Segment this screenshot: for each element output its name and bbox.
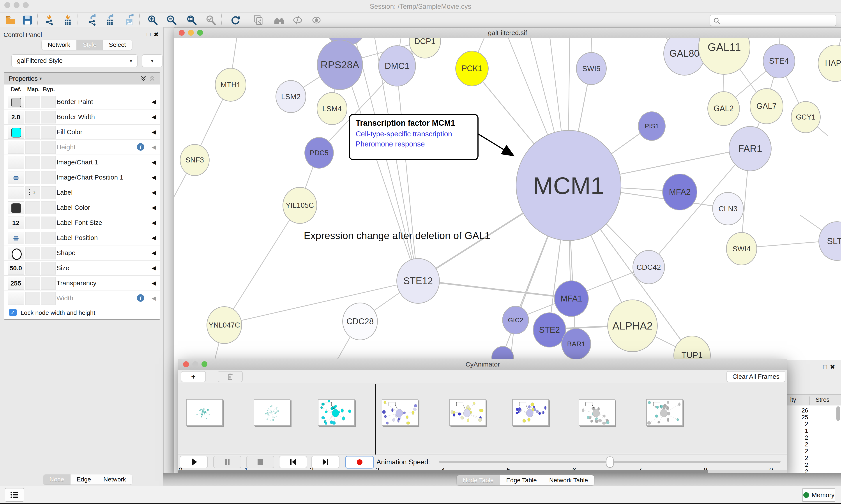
expand-all-icon[interactable]	[140, 75, 147, 83]
table-cell-value[interactable]: 1	[787, 428, 808, 434]
default-value-cell[interactable]	[8, 186, 24, 199]
network-node-alpha2[interactable]: ALPHA2	[607, 300, 658, 352]
frame-thumbnail-4[interactable]	[382, 399, 418, 426]
collapse-all-icon[interactable]	[148, 75, 156, 83]
annotation-box[interactable]: Transcription factor MCM1 Cell-type-spec…	[349, 114, 479, 160]
network-node-snf3[interactable]: SNF3	[180, 144, 210, 176]
network-node-dmc1[interactable]: DMC1	[378, 45, 416, 87]
play-button[interactable]	[180, 456, 208, 468]
annotation-link[interactable]: Cell-type-specific transcription	[356, 130, 452, 138]
network-node-yil105c[interactable]: YIL105C	[283, 187, 317, 224]
column-divider[interactable]	[809, 396, 810, 405]
mapping-cell[interactable]	[25, 111, 40, 124]
property-row-border-paint[interactable]: Border Paint◀	[4, 94, 160, 109]
delete-frame-button[interactable]	[218, 371, 243, 382]
tab-select[interactable]: Select	[103, 40, 132, 50]
network-node-ste4[interactable]: STE4	[763, 44, 795, 78]
table-cell-value[interactable]: 2	[787, 468, 808, 473]
import-table-icon[interactable]	[61, 14, 74, 26]
expand-row-icon[interactable]: ◀	[151, 265, 156, 271]
table-scrollbar[interactable]	[836, 406, 840, 421]
bypass-cell[interactable]	[41, 96, 56, 108]
mapping-cell[interactable]	[25, 247, 40, 259]
table-cell-value[interactable]: 2	[787, 441, 808, 448]
default-value-cell[interactable]	[8, 156, 24, 169]
table-cell-value[interactable]: 2	[787, 455, 808, 462]
network-node-cdc42[interactable]: CDC42	[632, 250, 665, 284]
network-node-lsm2[interactable]: LSM2	[275, 80, 306, 113]
bypass-cell[interactable]	[41, 292, 56, 305]
clone-network-icon[interactable]	[252, 14, 265, 26]
default-value-cell[interactable]	[8, 126, 24, 139]
network-node-ste2[interactable]: STE2	[533, 312, 566, 347]
network-node-swi4[interactable]: SWI4	[726, 232, 757, 265]
frame-thumbnail-6[interactable]	[512, 399, 549, 426]
export-table-icon[interactable]	[103, 14, 116, 26]
network-node-far1[interactable]: FAR1	[729, 126, 772, 171]
zoom-selected-icon[interactable]	[204, 14, 217, 26]
default-value-cell[interactable]: 12	[8, 217, 24, 229]
show-eye-icon[interactable]	[310, 14, 323, 26]
mapping-cell[interactable]	[25, 217, 40, 229]
bypass-cell[interactable]	[41, 232, 56, 244]
bypass-cell[interactable]	[41, 247, 56, 259]
bypass-cell[interactable]	[41, 171, 56, 184]
export-network-icon[interactable]	[86, 14, 99, 26]
show-panels-button[interactable]	[5, 488, 24, 502]
tab-network[interactable]: Network	[42, 40, 77, 50]
network-window-titlebar[interactable]: galFiltered.sif	[174, 28, 841, 38]
network-node-gal2[interactable]: GAL2	[708, 91, 740, 126]
bypass-cell[interactable]	[41, 156, 56, 169]
tab-network[interactable]: Network	[97, 474, 132, 485]
frame-thumbnail-5[interactable]	[449, 399, 486, 426]
expand-row-icon[interactable]: ◀	[151, 219, 156, 226]
table-cell-value[interactable]: 2	[787, 434, 808, 441]
mapping-cell[interactable]	[25, 171, 40, 184]
search-box[interactable]	[710, 15, 836, 26]
mapping-cell[interactable]	[25, 126, 40, 139]
info-icon[interactable]: i	[137, 143, 144, 151]
find-icon[interactable]	[272, 14, 285, 26]
table-cell-value[interactable]: 2	[787, 462, 808, 468]
close-panel-icon[interactable]: ✖	[830, 363, 838, 370]
tab-network-table[interactable]: Network Table	[543, 475, 594, 485]
export-image-icon[interactable]	[123, 14, 136, 26]
skip-back-button[interactable]	[279, 456, 307, 468]
default-value-cell[interactable]	[8, 247, 24, 259]
network-node-swi5[interactable]: SWI5	[576, 52, 607, 85]
network-node-bar1[interactable]: BAR1	[561, 328, 591, 360]
lock-size-checkbox[interactable]: ✓	[9, 309, 17, 316]
table-cell-value[interactable]: 2	[787, 421, 808, 428]
network-node-gcy1[interactable]: GCY1	[791, 101, 821, 133]
table-rows[interactable]: 262521222222	[787, 406, 841, 473]
table-cell-value[interactable]: 26	[787, 407, 808, 414]
mapping-cell[interactable]	[25, 96, 40, 108]
expand-row-icon[interactable]: ◀	[151, 280, 156, 287]
frame-thumbnail-8[interactable]	[646, 399, 683, 426]
property-row-label-position[interactable]: Label Position◀	[4, 230, 160, 246]
network-node-lsm4[interactable]: LSM4	[317, 92, 347, 125]
default-value-cell[interactable]: 255	[8, 277, 24, 290]
network-node-mcm1[interactable]: MCM1	[516, 130, 621, 241]
add-frame-button[interactable]: +	[181, 371, 206, 382]
mapping-cell[interactable]	[25, 201, 40, 214]
save-icon[interactable]	[21, 14, 34, 26]
frame-thumbnail-1[interactable]	[186, 399, 223, 426]
expand-row-icon[interactable]: ◀	[151, 144, 156, 151]
tab-edge[interactable]: Edge	[71, 474, 97, 485]
tab-node-table[interactable]: Node Table	[457, 475, 500, 485]
zoom-out-icon[interactable]	[165, 14, 178, 26]
column-header-connectivity[interactable]: ity	[790, 396, 796, 403]
import-network-icon[interactable]	[43, 14, 56, 26]
speed-slider-thumb[interactable]	[606, 456, 614, 467]
property-row-shape[interactable]: Shape◀	[4, 245, 160, 260]
default-value-cell[interactable]	[8, 292, 24, 305]
network-node-mfa1[interactable]: MFA1	[554, 281, 589, 317]
bypass-cell[interactable]	[41, 126, 56, 139]
cyanimator-titlebar[interactable]: CyAnimator	[178, 359, 787, 370]
network-node-gal7[interactable]: GAL7	[750, 88, 783, 124]
bypass-cell[interactable]	[41, 186, 56, 199]
bypass-cell[interactable]	[41, 111, 56, 124]
network-node-ste12[interactable]: STE12	[396, 258, 440, 304]
frames-timeline[interactable]: 0123456789 Seconds	[178, 383, 787, 453]
